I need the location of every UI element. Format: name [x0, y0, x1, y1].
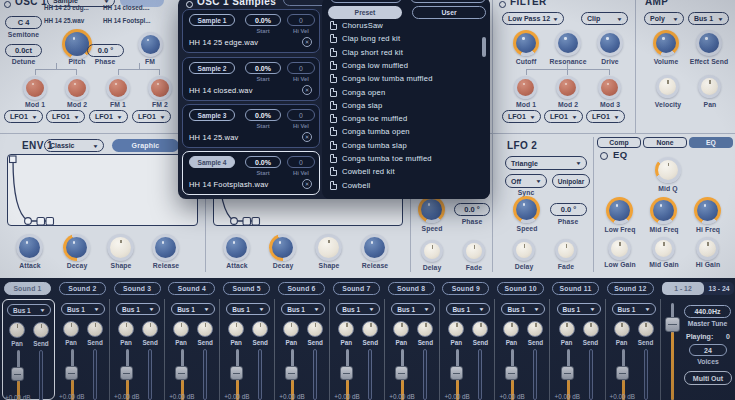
pan-knob[interactable]	[698, 75, 721, 98]
env2-decay-knob[interactable]	[269, 234, 296, 261]
channel-strip[interactable]: Bus 1▼PanSend+0.00 dB	[608, 299, 661, 400]
strip-bus-select[interactable]: Bus 1▼	[612, 303, 656, 315]
strip-bus-select[interactable]: Bus 1▼	[391, 303, 435, 315]
sound-tab-2[interactable]: Sound 2	[59, 282, 106, 295]
voices-field[interactable]: 24	[689, 344, 727, 356]
detune-field[interactable]: 0.0ct	[5, 44, 42, 57]
mid-q-knob[interactable]	[655, 157, 681, 183]
drive-knob[interactable]	[597, 30, 623, 56]
hi-freq-knob[interactable]	[694, 197, 721, 224]
strip-send-knob[interactable]	[583, 321, 599, 337]
channel-strip[interactable]: Bus 1▼PanSend+0.00 dB	[277, 299, 330, 400]
filter-mod3-knob[interactable]	[598, 76, 621, 99]
sound-tab-4[interactable]: Sound 4	[168, 282, 215, 295]
sample-start-field[interactable]: 0.0%	[245, 14, 281, 26]
browser-item[interactable]: Conga tumba open	[330, 125, 410, 138]
channel-strip[interactable]: Bus 1▼PanSend+0.00 dB	[442, 299, 495, 400]
sound-tab-1[interactable]: Sound 1	[4, 282, 51, 295]
env1-decay-knob[interactable]	[63, 234, 90, 261]
volume-fader-handle[interactable]	[450, 366, 463, 380]
strip-send-knob[interactable]	[638, 321, 654, 337]
strip-bus-select[interactable]: Bus 1▼	[336, 303, 380, 315]
filter-mod1-knob[interactable]	[514, 76, 537, 99]
channel-strip[interactable]: Bus 1▼PanSend+0.00 dB	[167, 299, 220, 400]
sample-slot[interactable]: Sample 30.0%0StartHi VelHH 14 25.wav✕	[182, 104, 320, 148]
strip-send-knob[interactable]	[362, 321, 378, 337]
browser-item[interactable]: ChorusSaw	[330, 19, 383, 32]
bank-tab-1-12[interactable]: 1 - 12	[662, 282, 704, 295]
volume-fader-handle[interactable]	[561, 366, 574, 380]
strip-bus-select[interactable]: Bus 1▼	[501, 303, 545, 315]
popup-enable-radio[interactable]	[186, 1, 193, 8]
sample-hivel-field[interactable]: 0	[287, 62, 315, 74]
volume-fader-handle[interactable]	[340, 366, 353, 380]
lfo2-phase-field[interactable]: 0.0 °	[550, 203, 587, 216]
channel-strip[interactable]: Bus 1▼PanSend+0.00 dB	[553, 299, 606, 400]
lfo2-fade-knob[interactable]	[555, 239, 577, 261]
channel-strip[interactable]: Bus 1▼PanSend+0.00 dB	[57, 299, 110, 400]
channel-strip[interactable]: Bus 1▼PanSend+0.00 dB	[387, 299, 440, 400]
strip-bus-select[interactable]: Bus 1▼	[557, 303, 601, 315]
env1-mode-select[interactable]: Classic▼	[44, 139, 104, 152]
volume-knob[interactable]	[653, 30, 679, 56]
browser-item[interactable]: Conga open	[330, 86, 385, 99]
strip-pan-knob[interactable]	[9, 322, 25, 338]
low-gain-knob[interactable]	[608, 237, 631, 260]
strip-send-knob[interactable]	[33, 322, 49, 338]
browser-action-button[interactable]	[410, 0, 486, 3]
strip-send-knob[interactable]	[417, 321, 433, 337]
strip-bus-select[interactable]: Bus 1▼	[7, 304, 51, 316]
sound-tab-7[interactable]: Sound 7	[333, 282, 380, 295]
lfo2-shape-select[interactable]: Triangle▼	[505, 156, 587, 170]
browser-item[interactable]: Cowbell red kit	[330, 165, 395, 178]
volume-fader-handle[interactable]	[505, 366, 518, 380]
sample-slot[interactable]: Sample 20.0%0StartHi VelHH 14 closed.wav…	[182, 57, 320, 101]
browser-tab-user[interactable]: User	[412, 6, 486, 19]
lfo1-delay-knob[interactable]	[421, 240, 443, 262]
strip-send-knob[interactable]	[527, 321, 543, 337]
strip-pan-knob[interactable]	[118, 321, 134, 337]
sample-start-field[interactable]: 0.0%	[245, 109, 281, 121]
sound-tab-12[interactable]: Sound 12	[607, 282, 654, 295]
strip-pan-knob[interactable]	[448, 321, 464, 337]
volume-fader-handle[interactable]	[230, 366, 243, 380]
channel-strip[interactable]: Bus 1▼PanSend+0.00 dB	[332, 299, 385, 400]
channel-strip[interactable]: Bus 1▼PanSend+0.00 dB	[497, 299, 550, 400]
sample-hivel-field[interactable]: 0	[287, 14, 315, 26]
lfo2-unipolar-button[interactable]: Unipolar	[552, 174, 590, 188]
voice-mode-select[interactable]: Poly▼	[644, 12, 684, 25]
sample-slot[interactable]: Sample 10.0%0StartHi VelHH 14 25 edge.wa…	[182, 9, 320, 53]
osc1-fm2-source-select[interactable]: LFO1▼	[132, 110, 171, 123]
remove-sample-icon[interactable]: ✕	[302, 132, 312, 142]
osc1-fm1-knob[interactable]	[106, 76, 130, 100]
sample-slot-button[interactable]: Sample 1	[189, 14, 235, 26]
sample-start-field[interactable]: 0.0%	[245, 156, 281, 168]
strip-send-knob[interactable]	[472, 321, 488, 337]
fm-knob[interactable]	[138, 32, 163, 57]
lfo2-speed-knob[interactable]	[513, 196, 540, 223]
volume-fader-handle[interactable]	[395, 366, 408, 380]
multi-out-button[interactable]: Multi Out	[684, 371, 732, 385]
osc1-fm2-knob[interactable]	[148, 76, 172, 100]
strip-pan-knob[interactable]	[173, 321, 189, 337]
osc1-mod2-knob[interactable]	[65, 76, 89, 100]
effect-send-knob[interactable]	[696, 30, 722, 56]
env1-release-knob[interactable]	[152, 234, 179, 261]
strip-pan-knob[interactable]	[63, 321, 79, 337]
eq-enable-radio[interactable]	[600, 152, 608, 160]
sample-slot-button[interactable]: Sample 2	[189, 62, 235, 74]
low-freq-knob[interactable]	[606, 197, 633, 224]
strip-bus-select[interactable]: Bus 1▼	[171, 303, 215, 315]
mid-gain-knob[interactable]	[652, 237, 675, 260]
strip-pan-knob[interactable]	[338, 321, 354, 337]
browser-item[interactable]: Conga slap	[330, 99, 382, 112]
browser-item[interactable]: Conga toe muffled	[330, 112, 407, 125]
browser-item[interactable]: Clap long red kit	[330, 32, 400, 45]
browser-item[interactable]: Cowbell	[330, 179, 370, 192]
lfo1-phase-field[interactable]: 0.0 °	[454, 203, 490, 216]
volume-fader-handle[interactable]	[120, 366, 133, 380]
osc1-enable-radio[interactable]	[4, 1, 11, 8]
remove-sample-icon[interactable]: ✕	[302, 85, 312, 95]
sample-hivel-field[interactable]: 0	[287, 109, 315, 121]
filter-mod2-knob[interactable]	[556, 76, 579, 99]
